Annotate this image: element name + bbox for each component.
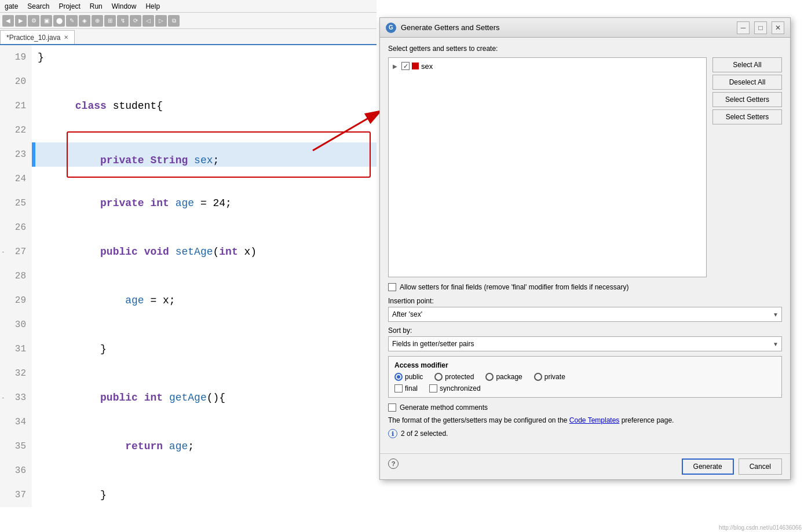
code-line-25: 25 private int age = 24;: [0, 191, 377, 215]
field-label-sex: sex: [421, 62, 433, 71]
code-line-31: 31 }: [0, 337, 377, 361]
final-checkbox-label[interactable]: final: [394, 384, 418, 392]
sort-by-row: Sort by: Fields in getter/setter pairs ▼: [388, 326, 782, 351]
radio-public-label: public: [405, 373, 423, 381]
toolbar-icon-8[interactable]: ⊕: [92, 15, 103, 27]
synchronized-checkbox-label[interactable]: synchronized: [429, 384, 481, 392]
generate-comments-row: Generate method comments: [388, 403, 782, 412]
insertion-point-select[interactable]: After 'sex': [388, 307, 782, 322]
dialog-body: Select getters and setters to create: ▶ …: [380, 38, 790, 453]
toolbar-icon-10[interactable]: ↯: [117, 15, 129, 27]
dialog-close-button[interactable]: ✕: [772, 21, 784, 34]
allow-setters-label: Allow setters for final fields (remove '…: [400, 283, 628, 291]
toolbar-icon-14[interactable]: ⧉: [168, 15, 180, 27]
line-number-25: 25: [0, 191, 32, 215]
cancel-button[interactable]: Cancel: [739, 458, 782, 475]
menu-search[interactable]: Search: [23, 2, 54, 10]
line-number-34: 34: [0, 410, 32, 434]
line-number-27: 27 -: [0, 240, 32, 264]
dialog-minimize-button[interactable]: ─: [737, 21, 750, 34]
toolbar-icon-5[interactable]: ⬤: [53, 15, 65, 27]
code-line-37: 37 }: [0, 483, 377, 507]
line-number-20: 20: [0, 69, 32, 94]
status-info-icon: ℹ: [388, 429, 397, 438]
tab-practice10[interactable]: *Practice_10.java ✕: [0, 30, 75, 44]
line-number-22: 22: [0, 118, 32, 142]
generate-comments-checkbox[interactable]: [388, 403, 396, 412]
code-line-29: 29 age = x;: [0, 288, 377, 313]
info-text-after: preference page.: [619, 416, 674, 424]
watermark: http://blog.csdn.net/u014636066: [717, 523, 804, 532]
menu-help[interactable]: Help: [141, 2, 165, 10]
sort-by-select[interactable]: Fields in getter/setter pairs: [388, 336, 782, 351]
toolbar-icon-4[interactable]: ▣: [41, 15, 52, 27]
line-number-19: 19: [0, 45, 32, 69]
line-number-32: 32: [0, 361, 32, 386]
help-icon[interactable]: ?: [388, 458, 399, 469]
status-text: 2 of 2 selected.: [401, 430, 448, 438]
insertion-point-label: Insertion point:: [388, 297, 782, 305]
radio-package-circle: [485, 373, 494, 381]
radio-private-label: private: [544, 373, 565, 381]
select-getters-button[interactable]: Select Getters: [712, 92, 782, 107]
dialog-title: Generate Getters and Setters: [401, 23, 732, 32]
line-number-24: 24: [0, 167, 32, 191]
dialog-maximize-button[interactable]: □: [754, 21, 767, 34]
line-number-31: 31: [0, 337, 32, 361]
dialog-footer: ? Generate Cancel: [380, 453, 790, 479]
line-number-26: 26: [0, 215, 32, 240]
line-number-30: 30: [0, 313, 32, 337]
field-expand-icon[interactable]: ▶: [391, 62, 399, 70]
dialog-icon: G: [386, 23, 396, 33]
code-editor[interactable]: 19 } 20 21 class student{ 22 23 private …: [0, 45, 377, 532]
menu-project[interactable]: Project: [54, 2, 85, 10]
allow-setters-row: Allow setters for final fields (remove '…: [388, 283, 782, 291]
toolbar-icon-3[interactable]: ⚙: [28, 15, 39, 27]
synchronized-checkbox[interactable]: [429, 384, 437, 392]
radio-private-circle: [534, 373, 542, 381]
radio-public[interactable]: public: [394, 373, 423, 381]
tab-close-icon[interactable]: ✕: [64, 34, 68, 41]
access-modifier-radio-row: public protected package private: [394, 373, 776, 381]
menu-window[interactable]: Window: [107, 2, 141, 10]
toolbar-icon-9[interactable]: ⊞: [104, 15, 116, 27]
menu-bar: gate Search Project Run Window Help: [0, 0, 377, 13]
select-setters-button[interactable]: Select Setters: [712, 109, 782, 124]
final-checkbox[interactable]: [394, 384, 403, 392]
toolbar-icon-12[interactable]: ◁: [142, 15, 154, 27]
sort-by-select-wrapper: Fields in getter/setter pairs ▼: [388, 336, 782, 351]
line-content-19: }: [32, 52, 377, 63]
radio-private[interactable]: private: [534, 373, 565, 381]
toolbar-icon-1[interactable]: ◀: [2, 15, 14, 27]
toolbar-icon-6[interactable]: ✎: [66, 15, 78, 27]
toolbar-icon-2[interactable]: ▶: [15, 15, 27, 27]
fields-list[interactable]: ▶ sex: [388, 57, 707, 277]
menu-gate[interactable]: gate: [0, 2, 23, 10]
line-number-36: 36: [0, 458, 32, 483]
code-line-33: 33 - public int getAge(){: [0, 386, 377, 410]
menu-run[interactable]: Run: [85, 2, 107, 10]
modifier-checkbox-row: final synchronized: [394, 384, 776, 392]
field-checkbox-sex[interactable]: [401, 62, 410, 70]
generate-getters-setters-dialog: G Generate Getters and Setters ─ □ ✕ Sel…: [379, 17, 791, 480]
line-number-23: 23: [0, 142, 32, 167]
line-number-33: 33 -: [0, 386, 32, 410]
toolbar-icon-7[interactable]: ◈: [79, 15, 90, 27]
line-number-28: 28: [0, 264, 32, 288]
radio-protected[interactable]: protected: [434, 373, 474, 381]
field-item-sex[interactable]: ▶ sex: [389, 58, 706, 74]
select-all-button[interactable]: Select All: [712, 57, 782, 72]
generate-button[interactable]: Generate: [682, 458, 734, 475]
allow-setters-checkbox[interactable]: [388, 283, 396, 291]
toolbar-icon-11[interactable]: ⟳: [130, 15, 141, 27]
radio-public-circle: [394, 373, 403, 381]
info-text-before: The format of the getters/setters may be…: [388, 416, 569, 424]
radio-package[interactable]: package: [485, 373, 522, 381]
deselect-all-button[interactable]: Deselect All: [712, 75, 782, 90]
code-templates-link[interactable]: Code Templates: [569, 416, 620, 424]
toolbar-icon-13[interactable]: ▷: [155, 15, 167, 27]
insertion-point-select-wrapper: After 'sex' ▼: [388, 307, 782, 322]
toolbar: ◀ ▶ ⚙ ▣ ⬤ ✎ ◈ ⊕ ⊞ ↯ ⟳ ◁ ▷ ⧉: [0, 13, 377, 29]
line-content-37: }: [32, 478, 377, 512]
final-label: final: [405, 384, 418, 392]
